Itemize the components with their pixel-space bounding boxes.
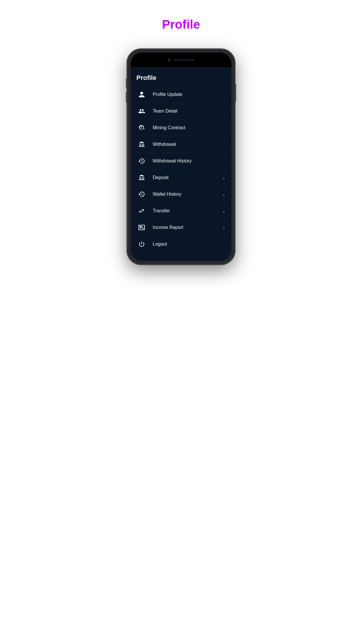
profile-update-label: Profile Update xyxy=(153,92,226,97)
income-report-label: Income Report xyxy=(153,225,222,230)
deposit-label: Deposit xyxy=(153,175,222,180)
phone-notch xyxy=(131,52,231,67)
report-icon xyxy=(136,224,147,231)
wallet-history-chevron: ⌄ xyxy=(222,192,226,197)
menu-item-deposit[interactable]: Deposit ⌄ xyxy=(136,169,226,186)
camera-dot xyxy=(168,58,171,61)
page-title: Profile xyxy=(162,18,200,32)
logout-label: Logout xyxy=(153,242,226,247)
speaker-bar xyxy=(174,59,194,61)
deposit-icon xyxy=(136,174,147,181)
volume-down-button xyxy=(126,92,127,102)
team-detail-label: Team Detail xyxy=(153,108,226,114)
withdrawal-history-label: Withdrawal History xyxy=(153,158,226,164)
bank-icon xyxy=(136,141,147,148)
wallet-history-icon xyxy=(136,191,147,198)
person-icon xyxy=(136,91,147,98)
power-icon xyxy=(136,241,147,248)
phone-screen: Profile Profile Update xyxy=(131,52,231,261)
menu-item-income-report[interactable]: Income Report ⌄ xyxy=(136,219,226,236)
wallet-history-label: Wallet History xyxy=(153,192,222,197)
menu-content: Profile Profile Update xyxy=(131,67,231,261)
menu-item-mining-contract[interactable]: Mining Contract xyxy=(136,120,226,136)
transfer-chevron: ⌄ xyxy=(222,209,226,213)
menu-header: Profile xyxy=(136,74,226,82)
volume-up-button xyxy=(126,78,127,88)
history-icon xyxy=(136,158,147,164)
transfer-label: Transfer xyxy=(153,208,222,214)
menu-item-withdrawal-history[interactable]: Withdrawal History xyxy=(136,153,226,169)
deposit-chevron: ⌄ xyxy=(222,175,226,180)
menu-item-profile-update[interactable]: Profile Update xyxy=(136,86,226,103)
transfer-icon xyxy=(136,207,147,214)
power-button xyxy=(235,84,236,102)
mining-contract-label: Mining Contract xyxy=(153,125,226,130)
withdrawal-label: Withdrawal xyxy=(153,142,226,147)
people-icon xyxy=(136,108,147,115)
phone-frame: Profile Profile Update xyxy=(127,49,235,265)
page-container: Profile Profile Profile Update xyxy=(121,6,241,265)
mining-icon xyxy=(136,124,147,131)
menu-item-wallet-history[interactable]: Wallet History ⌄ xyxy=(136,186,226,203)
menu-item-team-detail[interactable]: Team Detail xyxy=(136,103,226,120)
menu-item-logout[interactable]: Logout xyxy=(136,236,226,252)
menu-item-transfer[interactable]: Transfer ⌄ xyxy=(136,203,226,219)
income-report-chevron: ⌄ xyxy=(222,225,226,230)
menu-item-withdrawal[interactable]: Withdrawal xyxy=(136,136,226,153)
